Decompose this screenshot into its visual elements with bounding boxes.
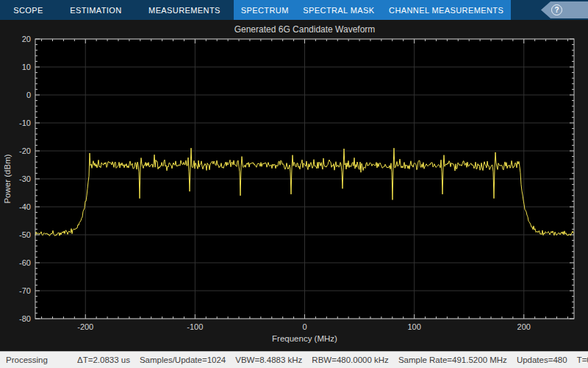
y-tick-label: 0 xyxy=(26,91,31,99)
x-tick-label: 200 xyxy=(517,322,531,331)
tab-channel-measurements[interactable]: CHANNEL MEASUREMENTS xyxy=(381,0,511,20)
help-button[interactable]: ? xyxy=(541,1,588,18)
y-tick-label: -20 xyxy=(19,146,31,155)
tab-spectrum[interactable]: SPECTRUM xyxy=(234,0,296,20)
status-metric: ΔT=2.0833 us xyxy=(77,355,130,364)
tab-measurements[interactable]: MEASUREMENTS xyxy=(135,0,234,20)
spectrum-analyzer-window: SCOPEESTIMATIONMEASUREMENTS SPECTRUMSPEC… xyxy=(0,0,588,368)
question-mark-icon: ? xyxy=(551,4,562,15)
status-metric: Sample Rate=491.5200 MHz xyxy=(398,355,507,364)
y-tick-label: -60 xyxy=(19,258,31,267)
spectrum-plot[interactable]: Generated 6G Candidate Waveform-200-1000… xyxy=(0,20,588,351)
tab-spectral-mask[interactable]: SPECTRAL MASK xyxy=(296,0,382,20)
x-axis-label: Frequency (MHz) xyxy=(272,334,337,343)
toolstrip-tab-group-highlighted: SPECTRUMSPECTRAL MASKCHANNEL MEASUREMENT… xyxy=(234,0,511,20)
y-tick-label: -10 xyxy=(19,118,31,127)
chart-title: Generated 6G Candidate Waveform xyxy=(234,24,376,35)
y-tick-label: -70 xyxy=(19,286,31,295)
y-tick-label: 20 xyxy=(22,35,31,43)
tab-scope[interactable]: SCOPE xyxy=(0,0,57,20)
status-metrics: ΔT=2.0833 usSamples/Update=1024VBW=8.488… xyxy=(77,355,588,364)
y-tick-label: -30 xyxy=(19,174,31,183)
toolstrip-tab-group-main: SCOPEESTIMATIONMEASUREMENTS xyxy=(0,0,234,20)
scope-display: Generated 6G Candidate Waveform-200-1000… xyxy=(0,20,588,351)
x-tick-label: 0 xyxy=(302,322,306,331)
status-metric: T=0.0 xyxy=(577,355,588,364)
x-tick-label: -200 xyxy=(77,322,93,331)
y-tick-label: -80 xyxy=(19,314,31,323)
toolstrip: SCOPEESTIMATIONMEASUREMENTS SPECTRUMSPEC… xyxy=(0,0,588,20)
status-metric: RBW=480.0000 kHz xyxy=(312,355,389,364)
tab-estimation[interactable]: ESTIMATION xyxy=(57,0,135,20)
y-tick-label: -40 xyxy=(19,202,31,211)
x-tick-label: -100 xyxy=(187,322,203,331)
status-metric: VBW=8.4883 kHz xyxy=(235,355,302,364)
status-bar: Processing ΔT=2.0833 usSamples/Update=10… xyxy=(0,351,588,368)
status-state: Processing xyxy=(6,355,77,364)
y-axis-label: Power (dBm) xyxy=(3,154,12,203)
status-metric: Samples/Update=1024 xyxy=(140,355,226,364)
status-metric: Updates=480 xyxy=(517,355,567,364)
y-tick-label: -50 xyxy=(19,230,31,239)
y-tick-label: 10 xyxy=(22,63,31,71)
x-tick-label: 100 xyxy=(407,322,420,331)
